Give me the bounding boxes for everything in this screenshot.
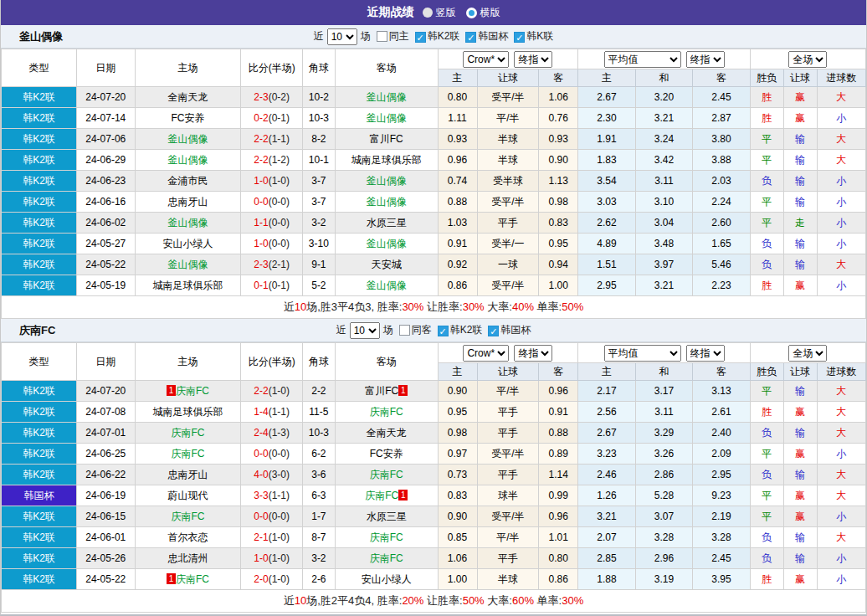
avg-odds-cell: 2.46 xyxy=(578,465,636,485)
odds-cell: 0.92 xyxy=(438,254,477,275)
team-name: 忠南牙山 xyxy=(167,196,208,208)
handicap-result-cell: 输 xyxy=(783,381,817,402)
result-cell: 负 xyxy=(750,254,783,275)
match-row: 韩K2联24-07-201庆南FC2-2(1-0)2-2富川FC10.90平/半… xyxy=(2,381,866,402)
odds-cell: 1.13 xyxy=(539,171,578,192)
avg-odds-cell: 3.20 xyxy=(635,87,693,108)
half-time-score: (0-0) xyxy=(269,217,290,228)
avg-odds-cell: 4.89 xyxy=(578,234,636,254)
handicap-result-cell: 走 xyxy=(783,213,817,234)
col-corner: 角球 xyxy=(302,49,335,87)
avg-odds-cell: 3.13 xyxy=(693,381,751,402)
match-row: 韩K2联24-07-20全南天龙2-3(0-2)10-2釜山偶像0.80受平/半… xyxy=(2,87,866,108)
odds-cell: 1.06 xyxy=(539,87,578,108)
recent-count-select[interactable]: 10 xyxy=(350,322,380,339)
league-type-cell: 韩K2联 xyxy=(2,192,77,213)
score-cell: 0-1(0-1) xyxy=(241,275,303,296)
date-cell: 24-05-27 xyxy=(76,234,135,254)
avg-odds-cell: 3.26 xyxy=(635,444,693,465)
score-cell: 1-1(0-0) xyxy=(241,213,303,234)
odds-cell: 0.88 xyxy=(438,192,477,213)
league-type-cell: 韩K2联 xyxy=(2,548,77,569)
final-odds-select[interactable]: 终指 xyxy=(514,345,552,362)
odds-cell: 0.73 xyxy=(438,465,477,485)
section-header: 庆南FC 近 10 场 同客 ✓韩K2联✓韩国杯 xyxy=(1,319,866,342)
date-cell: 24-06-22 xyxy=(76,465,135,485)
half-time-score: (0-0) xyxy=(269,196,290,208)
home-team-cell: 金浦市民 xyxy=(135,171,241,192)
odds-source-select[interactable]: Crow* xyxy=(463,345,509,362)
radio-unselected-icon xyxy=(466,8,477,18)
goals-result-cell: 小 xyxy=(817,213,865,234)
date-cell: 24-06-01 xyxy=(76,527,135,548)
average-select[interactable]: 平均值 xyxy=(604,345,681,362)
odds-cell: 平/半 xyxy=(477,527,539,548)
score-cell: 0-2(0-1) xyxy=(241,108,303,129)
match-row: 韩K2联24-07-14FC安养0-2(0-1)10-3釜山偶像1.11平/半0… xyxy=(2,108,866,129)
avg-odds-cell: 3.10 xyxy=(635,192,693,213)
odds-cell: 球半 xyxy=(477,485,539,506)
match-row: 韩K2联24-06-25庆南FC0-0(0-0)6-2FC安养0.97受平/半0… xyxy=(2,444,866,465)
home-team-cell: 全南天龙 xyxy=(135,87,241,108)
home-team-cell: 城南足球俱乐部 xyxy=(135,402,241,423)
summary-row: 近10场,胜3平4负3, 胜率:30% 让胜率:30% 大率:40% 单率:50… xyxy=(2,296,866,319)
avg-odds-cell: 1.91 xyxy=(578,129,636,150)
col-handicap-result: 让球 xyxy=(783,363,817,381)
scope-select[interactable]: 全场 xyxy=(788,51,827,68)
team-name: 安山小绿人 xyxy=(362,573,412,585)
recent-count-select[interactable]: 10 xyxy=(327,28,357,45)
col-odds-home: 主 xyxy=(438,69,477,87)
final-odds-select[interactable]: 终指 xyxy=(514,51,552,68)
result-cell: 胜 xyxy=(750,569,783,590)
full-time-score: 0-0 xyxy=(254,196,268,208)
half-time-score: (0-1) xyxy=(269,280,290,291)
layout-radio-horizontal[interactable]: 横版 xyxy=(466,6,500,20)
league-checkbox[interactable]: ✓ xyxy=(415,32,426,43)
away-team-cell: 釜山偶像 xyxy=(335,108,438,129)
team-name: 庆南FC xyxy=(176,573,209,585)
full-time-score: 1-0 xyxy=(254,552,268,564)
league-checkbox[interactable]: ✓ xyxy=(438,326,449,336)
final-average-select[interactable]: 终指 xyxy=(686,51,725,68)
full-time-score: 0-0 xyxy=(254,511,268,522)
average-select[interactable]: 平均值 xyxy=(604,51,681,68)
odds-cell: 受平/半 xyxy=(477,192,539,213)
score-cell: 2-3(0-2) xyxy=(241,87,303,108)
odds-cell: 0.97 xyxy=(438,444,477,465)
layout-radio-vertical[interactable]: 竖版 xyxy=(423,6,456,20)
same-venue-label: 同客 xyxy=(412,323,432,337)
team-name: 富川FC xyxy=(370,133,403,145)
league-type-cell: 韩K2联 xyxy=(2,465,77,485)
home-team-cell: 蔚山现代 xyxy=(135,485,241,506)
league-checkbox[interactable]: ✓ xyxy=(488,326,499,336)
odds-cell: 半球 xyxy=(477,569,539,590)
col-date: 日期 xyxy=(76,343,135,381)
result-cell: 负 xyxy=(750,465,783,485)
half-time-score: (1-0) xyxy=(269,531,290,543)
avg-odds-cell: 3.11 xyxy=(635,402,693,423)
goals-result-cell: 小 xyxy=(817,275,865,296)
team-name: 全南天龙 xyxy=(367,427,407,439)
col-goals-result: 进球数 xyxy=(817,69,865,87)
final-average-select[interactable]: 终指 xyxy=(686,345,725,362)
league-checkbox[interactable]: ✓ xyxy=(514,32,525,43)
same-venue-checkbox[interactable] xyxy=(399,325,410,336)
odds-cell: 平手 xyxy=(477,423,539,444)
score-cell: 2-4(1-3) xyxy=(241,423,303,444)
odds-source-select[interactable]: Crow* xyxy=(463,51,509,68)
team-name: 釜山偶像 xyxy=(167,217,208,228)
league-checkbox[interactable]: ✓ xyxy=(465,32,476,43)
match-row: 韩K2联24-05-19城南足球俱乐部0-1(0-1)5-2釜山偶像0.86受平… xyxy=(2,275,866,296)
score-cell: 4-0(3-0) xyxy=(241,465,303,485)
half-time-score: (1-0) xyxy=(269,175,290,187)
match-row: 韩K2联24-06-16忠南牙山0-0(0-0)3-7釜山偶像0.88受平/半0… xyxy=(2,192,866,213)
handicap-result-cell: 输 xyxy=(783,192,817,213)
odds-source-header: Crow*终指 xyxy=(438,49,578,69)
odds-cell: 1.06 xyxy=(438,548,477,569)
scope-select[interactable]: 全场 xyxy=(788,345,827,362)
same-venue-checkbox[interactable] xyxy=(377,31,387,42)
odds-cell: 0.91 xyxy=(438,234,477,254)
match-row: 韩K2联24-07-01庆南FC2-4(1-3)10-3全南天龙0.98平手0.… xyxy=(2,423,866,444)
away-team-cell: 庆南FC xyxy=(335,465,438,485)
away-team-cell: 全南天龙 xyxy=(335,423,438,444)
